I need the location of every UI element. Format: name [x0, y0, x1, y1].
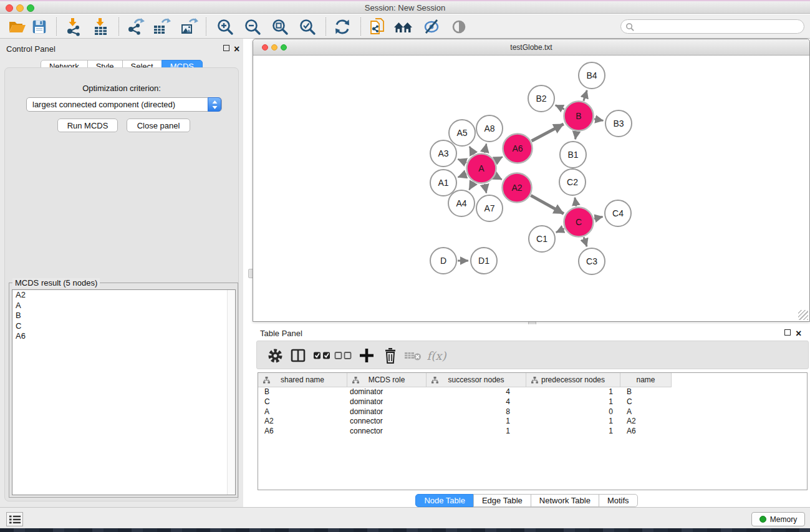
graph-edge-C-C4[interactable]	[594, 216, 603, 218]
tab-network-table[interactable]: Network Table	[531, 494, 599, 507]
function-builder-icon[interactable]: f(x)	[427, 346, 446, 365]
graph-node-B4[interactable]: B4	[579, 62, 605, 89]
open-session-icon[interactable]	[6, 16, 27, 37]
column-header-MCDS-role[interactable]: MCDS role	[347, 373, 427, 387]
graph-edge-A-A4[interactable]	[469, 182, 473, 190]
import-table-icon[interactable]	[90, 16, 111, 37]
graph-edge-A-A8[interactable]	[485, 143, 486, 153]
criterion-dropdown[interactable]: largest connected component (directed)	[26, 97, 222, 112]
mcds-result-item[interactable]: A	[12, 301, 235, 311]
scrollbar[interactable]	[227, 290, 235, 495]
graph-node-A4[interactable]: A4	[448, 190, 475, 216]
graph-edge-B-B4[interactable]	[584, 90, 587, 101]
import-network-icon[interactable]	[62, 16, 84, 37]
graph-edge-A-A6[interactable]	[495, 157, 503, 160]
home-view-icon[interactable]	[393, 16, 415, 37]
graph-edge-C-C1[interactable]	[556, 229, 564, 233]
graph-edge-A2-C[interactable]	[531, 195, 564, 213]
close-panel-icon[interactable]: ×	[234, 46, 239, 52]
network-window-titlebar[interactable]: testGlobe.txt	[253, 39, 809, 56]
memory-button[interactable]: Memory	[751, 512, 805, 526]
graph-node-B[interactable]: B	[564, 102, 594, 131]
graph-edge-A-A7[interactable]	[485, 184, 486, 193]
graph-node-B3[interactable]: B3	[605, 110, 632, 137]
mcds-result-list[interactable]: A2ABCA6	[12, 289, 236, 495]
graph-node-D1[interactable]: D1	[471, 248, 497, 274]
deselect-all-icon[interactable]	[333, 346, 353, 365]
graph-node-A3[interactable]: A3	[430, 140, 456, 167]
graph-node-C3[interactable]: C3	[579, 248, 605, 274]
save-session-icon[interactable]	[29, 16, 50, 37]
graph-node-B2[interactable]: B2	[528, 85, 554, 112]
task-history-button[interactable]	[6, 512, 23, 526]
graph-edge-A-A1[interactable]	[458, 174, 466, 177]
graph-edge-C-C2[interactable]	[575, 198, 576, 206]
table-close-panel-icon[interactable]: ×	[796, 331, 801, 337]
graph-node-A[interactable]: A	[467, 154, 496, 183]
refresh-icon[interactable]	[332, 16, 353, 37]
tab-edge-table[interactable]: Edge Table	[473, 494, 531, 507]
search-icon	[625, 22, 635, 32]
export-table-icon[interactable]	[151, 16, 172, 37]
column-header-name[interactable]: name	[620, 373, 672, 387]
graph-edge-C-C3[interactable]	[584, 237, 587, 246]
graph-edge-A-A5[interactable]	[470, 147, 474, 155]
graph-edge-B-B2[interactable]	[556, 105, 564, 110]
graph-edge-B-B1[interactable]	[576, 132, 577, 139]
add-column-plus-icon[interactable]	[357, 346, 377, 365]
graph-node-C2[interactable]: C2	[559, 169, 586, 195]
graph-edge-A6-B[interactable]	[532, 124, 564, 141]
graph-node-A8[interactable]: A8	[476, 115, 503, 142]
graph-node-C[interactable]: C	[564, 208, 594, 237]
delete-column-trash-icon[interactable]	[380, 346, 400, 365]
column-header-predecessor-nodes[interactable]: predecessor nodes	[526, 373, 620, 387]
hide-graphics-details-icon[interactable]	[421, 16, 442, 37]
table-float-panel-icon[interactable]	[784, 329, 791, 336]
graph-node-A6[interactable]: A6	[503, 134, 533, 163]
mcds-result-item[interactable]: A6	[12, 331, 235, 342]
tab-motifs[interactable]: Motifs	[599, 494, 638, 507]
mcds-result-item[interactable]: A2	[12, 290, 235, 301]
zoom-fit-icon[interactable]	[269, 16, 291, 37]
mcds-result-item[interactable]: B	[12, 311, 235, 321]
graph-edge-B-B3[interactable]	[594, 119, 603, 121]
table-row[interactable]: A2connector11A2	[258, 417, 807, 427]
zoom-out-icon[interactable]	[242, 16, 263, 37]
graph-node-D[interactable]: D	[430, 248, 456, 274]
float-panel-icon[interactable]	[223, 45, 229, 51]
table-row[interactable]: A6connector11A6	[258, 427, 807, 437]
close-panel-button[interactable]: Close panel	[127, 118, 190, 132]
zoom-selected-icon[interactable]	[297, 16, 318, 37]
export-network-icon[interactable]	[125, 16, 146, 37]
run-mcds-button[interactable]: Run MCDS	[57, 118, 118, 132]
table-row[interactable]: Adominator80A	[258, 407, 807, 417]
export-image-icon[interactable]	[178, 16, 200, 37]
table-cell: B	[258, 387, 347, 397]
column-header-shared-name[interactable]: shared name	[258, 373, 347, 387]
delete-table-icon[interactable]	[403, 346, 423, 365]
table-settings-gear-icon[interactable]	[265, 346, 285, 365]
tab-node-table[interactable]: Node Table	[415, 494, 474, 507]
network-canvas[interactable]: B4B2BB3A8A5A6A3B1AC2A1A2A4A7C4CC1C3DD1	[254, 56, 809, 321]
select-all-icon[interactable]	[312, 346, 332, 365]
mcds-result-item[interactable]: C	[12, 321, 235, 332]
graph-edge-A-A3[interactable]	[458, 159, 466, 163]
show-graphics-details-icon[interactable]	[448, 16, 470, 37]
clone-network-icon[interactable]	[367, 16, 388, 37]
graph-node-A7[interactable]: A7	[476, 195, 503, 221]
graph-node-C1[interactable]: C1	[529, 226, 555, 252]
zoom-in-icon[interactable]	[215, 16, 236, 37]
svg-text:D1: D1	[478, 256, 489, 266]
graph-node-B1[interactable]: B1	[560, 142, 586, 168]
graph-node-C4[interactable]: C4	[605, 200, 631, 226]
graph-node-A5[interactable]: A5	[449, 120, 475, 146]
column-visibility-icon[interactable]	[288, 346, 308, 365]
graph-node-A2[interactable]: A2	[503, 173, 532, 203]
table-row[interactable]: Cdominator41C	[258, 397, 807, 407]
column-header-successor-nodes[interactable]: successor nodes	[427, 373, 526, 387]
graph-node-A1[interactable]: A1	[430, 170, 456, 196]
window-resize-grip[interactable]	[798, 310, 808, 320]
search-input[interactable]	[636, 21, 799, 32]
graph-edge-A-A2[interactable]	[495, 176, 501, 180]
table-row[interactable]: Bdominator41B	[258, 387, 807, 397]
